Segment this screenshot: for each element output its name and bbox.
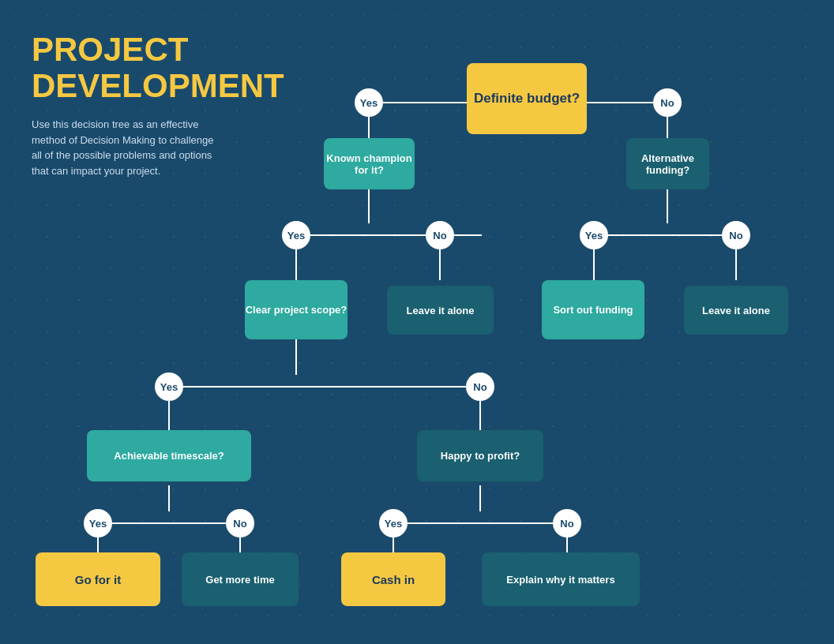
circle-yes-altfunding-left: Yes (580, 221, 608, 249)
title-section: PROJECT DEVELOPMENT Use this decision tr… (32, 32, 284, 178)
page-title-line1: PROJECT (32, 32, 284, 68)
circle-yes-budget-left: Yes (355, 88, 383, 117)
node-alternative-funding: Alternative funding? (626, 138, 709, 189)
node-achievable-timescale: Achievable timescale? (87, 430, 251, 481)
circle-yes-profit-left: Yes (379, 509, 408, 537)
node-happy-to-profit: Happy to profit? (417, 430, 543, 481)
node-clear-project-scope: Clear project scope? (245, 280, 348, 339)
circle-yes-scope-left: Yes (155, 373, 183, 401)
circle-no-altfunding-right: No (722, 221, 750, 249)
circle-yes-champion-left: Yes (282, 221, 310, 249)
page-container: PROJECT DEVELOPMENT Use this decision tr… (0, 0, 834, 644)
node-sort-out-funding: Sort out funding (542, 280, 644, 339)
circle-yes-timescale-left: Yes (84, 509, 112, 537)
circle-no-profit-right: No (553, 509, 581, 537)
node-definite-budget: Definite budget? (467, 63, 587, 134)
node-leave-it-alone-2: Leave it alone (684, 286, 788, 335)
circle-no-scope-right: No (466, 373, 494, 401)
node-go-for-it: Go for it (36, 552, 160, 606)
circle-no-timescale-right: No (226, 509, 254, 537)
page-description: Use this decision tree as an effective m… (32, 117, 221, 178)
circle-no-champion-right: No (426, 221, 454, 249)
circle-no-budget-right: No (653, 88, 682, 117)
node-cash-in: Cash in (341, 552, 445, 606)
node-known-champion: Known champion for it? (324, 138, 415, 189)
node-explain-why: Explain why it matters (482, 552, 640, 606)
node-get-more-time: Get more time (182, 552, 299, 606)
node-leave-it-alone-1: Leave it alone (387, 286, 494, 335)
page-title-line2: DEVELOPMENT (32, 68, 284, 104)
